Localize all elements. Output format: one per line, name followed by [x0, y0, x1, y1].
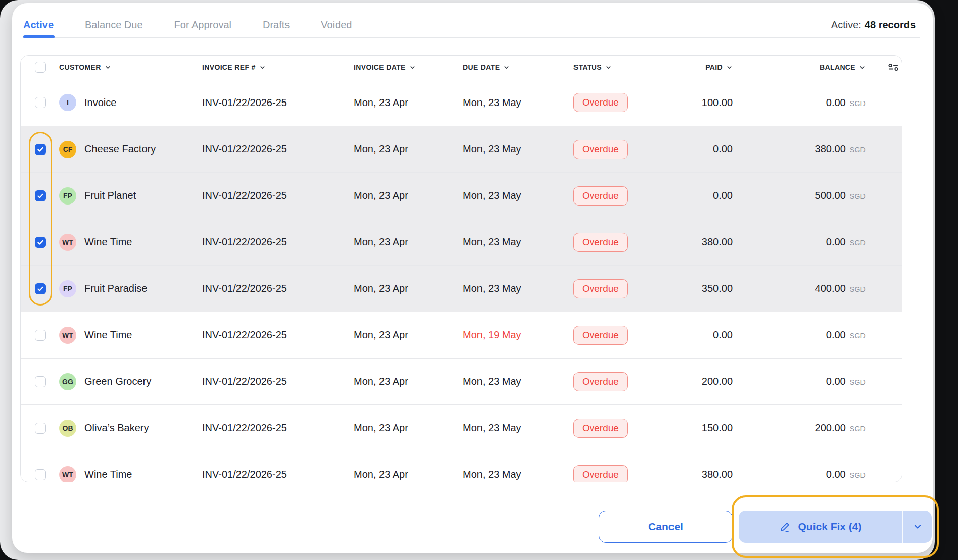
quick-fix-label: Quick Fix (4)	[798, 521, 861, 533]
currency-label: SGD	[850, 425, 866, 433]
paid-amount: 150.00	[680, 422, 738, 434]
quick-fix-dropdown-button[interactable]	[903, 511, 932, 543]
invoice-ref: INV-01/22/2026-25	[202, 236, 354, 248]
table-row[interactable]: OB Oliva’s Bakery INV-01/22/2026-25 Mon,…	[21, 404, 902, 451]
column-header-invoice-ref[interactable]: INVOICE REF #	[202, 63, 354, 71]
balance-amount: 200.00	[815, 422, 846, 434]
quick-fix-button[interactable]: Quick Fix (4)	[739, 511, 902, 543]
chevron-down-icon	[913, 522, 923, 532]
currency-label: SGD	[850, 378, 866, 386]
column-header-balance[interactable]: BALANCE	[738, 63, 875, 71]
sort-chevron-icon	[503, 64, 510, 71]
table-row[interactable]: FP Fruit Planet INV-01/22/2026-25 Mon, 2…	[21, 172, 902, 219]
balance-amount: 400.00	[815, 283, 846, 294]
column-label: INVOICE DATE	[354, 63, 406, 71]
customer-avatar: I	[59, 94, 76, 111]
column-header-paid[interactable]: PAID	[680, 63, 738, 71]
footer-divider	[12, 503, 933, 503]
column-header-customer[interactable]: CUSTOMER	[59, 63, 202, 71]
customer-name: Cheese Factory	[84, 143, 156, 155]
column-header-status[interactable]: STATUS	[573, 63, 680, 71]
status-badge: Overdue	[573, 140, 628, 159]
row-checkbox[interactable]	[35, 283, 46, 294]
customer-avatar: FP	[59, 280, 76, 297]
row-checkbox[interactable]	[35, 330, 46, 341]
check-icon	[37, 146, 44, 153]
paid-amount: 380.00	[680, 236, 738, 248]
customer-avatar: OB	[59, 420, 76, 437]
due-date: Mon, 23 May	[463, 143, 573, 155]
column-header-due-date[interactable]: DUE DATE	[463, 63, 573, 71]
column-label: CUSTOMER	[59, 63, 101, 71]
table-row[interactable]: WT Wine Time INV-01/22/2026-25 Mon, 23 A…	[21, 312, 902, 358]
balance-amount: 0.00	[826, 376, 846, 387]
status-badge: Overdue	[573, 279, 628, 298]
table-row[interactable]: FP Fruit Paradise INV-01/22/2026-25 Mon,…	[21, 265, 902, 312]
customer-avatar: WT	[59, 234, 76, 251]
select-all-checkbox[interactable]	[35, 62, 46, 73]
invoice-date: Mon, 23 Apr	[354, 469, 463, 480]
balance-amount: 380.00	[815, 143, 846, 155]
column-settings-icon[interactable]	[888, 63, 899, 71]
invoice-date: Mon, 23 Apr	[354, 283, 463, 294]
row-checkbox[interactable]	[35, 144, 46, 155]
status-badge: Overdue	[573, 419, 628, 438]
column-header-invoice-date[interactable]: INVOICE DATE	[354, 63, 463, 71]
table-header-row: CUSTOMER INVOICE REF # INVOICE DATE DUE …	[21, 56, 902, 79]
due-date: Mon, 23 May	[463, 469, 573, 480]
status-badge: Overdue	[573, 465, 628, 483]
customer-avatar: WT	[59, 327, 76, 344]
row-checkbox[interactable]	[35, 469, 46, 480]
tab-active[interactable]: Active	[23, 19, 54, 31]
row-checkbox[interactable]	[35, 423, 46, 434]
balance-amount: 0.00	[826, 329, 846, 341]
tab-voided[interactable]: Voided	[321, 19, 352, 31]
sort-chevron-icon	[859, 64, 866, 71]
table-row[interactable]: WT Wine Time INV-01/22/2026-25 Mon, 23 A…	[21, 219, 902, 265]
tab-drafts[interactable]: Drafts	[263, 19, 290, 31]
invoice-ref: INV-01/22/2026-25	[202, 376, 354, 387]
status-badge: Overdue	[573, 233, 628, 252]
sort-chevron-icon	[105, 64, 111, 71]
table-row[interactable]: I Invoice INV-01/22/2026-25 Mon, 23 Apr …	[21, 79, 902, 126]
invoice-list-card: Active Balance Due For Approval Drafts V…	[12, 3, 933, 553]
due-date: Mon, 23 May	[463, 236, 573, 248]
currency-label: SGD	[850, 192, 866, 200]
tab-balance-due[interactable]: Balance Due	[85, 19, 143, 31]
pencil-icon	[779, 521, 792, 533]
currency-label: SGD	[850, 285, 866, 293]
status-badge: Overdue	[573, 93, 628, 112]
row-checkbox[interactable]	[35, 376, 46, 387]
status-badge: Overdue	[573, 326, 628, 345]
cancel-button[interactable]: Cancel	[599, 511, 733, 543]
tab-for-approval[interactable]: For Approval	[174, 19, 231, 31]
row-checkbox[interactable]	[35, 190, 46, 201]
due-date: Mon, 23 May	[463, 376, 573, 387]
currency-label: SGD	[850, 471, 866, 479]
table-row[interactable]: GG Green Grocery INV-01/22/2026-25 Mon, …	[21, 358, 902, 404]
balance-amount: 0.00	[826, 97, 846, 109]
table-row[interactable]: CF Cheese Factory INV-01/22/2026-25 Mon,…	[21, 126, 902, 172]
sort-chevron-icon	[605, 64, 612, 71]
column-label: BALANCE	[820, 63, 855, 71]
row-checkbox[interactable]	[35, 97, 46, 108]
column-label: STATUS	[573, 63, 602, 71]
invoice-ref: INV-01/22/2026-25	[202, 143, 354, 155]
due-date: Mon, 23 May	[463, 97, 573, 109]
invoice-date: Mon, 23 Apr	[354, 376, 463, 387]
customer-name: Fruit Paradise	[84, 283, 148, 294]
invoice-ref: INV-01/22/2026-25	[202, 97, 354, 109]
invoice-ref: INV-01/22/2026-25	[202, 469, 354, 480]
check-icon	[37, 285, 44, 292]
customer-name: Green Grocery	[84, 376, 151, 387]
currency-label: SGD	[850, 332, 866, 340]
records-summary-prefix: Active:	[831, 19, 861, 30]
table-row[interactable]: WT Wine Time INV-01/22/2026-25 Mon, 23 A…	[21, 451, 902, 482]
customer-name: Wine Time	[84, 329, 132, 341]
balance-amount: 0.00	[826, 236, 846, 248]
invoice-date: Mon, 23 Apr	[354, 329, 463, 341]
paid-amount: 350.00	[680, 283, 738, 294]
row-checkbox[interactable]	[35, 237, 46, 248]
invoice-table: CUSTOMER INVOICE REF # INVOICE DATE DUE …	[20, 55, 902, 482]
sort-chevron-icon	[259, 64, 266, 71]
